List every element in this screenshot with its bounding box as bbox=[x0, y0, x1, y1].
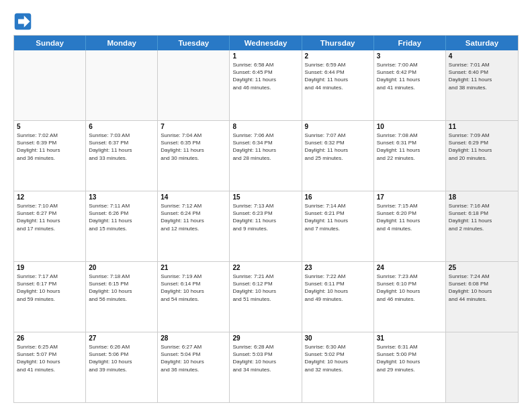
calendar-cell: 5Sunrise: 7:02 AM Sunset: 6:39 PM Daylig… bbox=[14, 121, 86, 191]
calendar-cell: 6Sunrise: 7:03 AM Sunset: 6:37 PM Daylig… bbox=[86, 121, 158, 191]
day-number: 7 bbox=[161, 123, 226, 130]
day-number: 11 bbox=[449, 123, 515, 130]
cell-content: Sunrise: 6:26 AM Sunset: 5:06 PM Dayligh… bbox=[89, 343, 154, 373]
cell-content: Sunrise: 7:01 AM Sunset: 6:40 PM Dayligh… bbox=[449, 61, 515, 91]
calendar-cell: 20Sunrise: 7:18 AM Sunset: 6:15 PM Dayli… bbox=[86, 262, 158, 332]
calendar-row-2: 12Sunrise: 7:10 AM Sunset: 6:27 PM Dayli… bbox=[14, 191, 518, 261]
page: SundayMondayTuesdayWednesdayThursdayFrid… bbox=[0, 0, 532, 411]
cell-content: Sunrise: 6:31 AM Sunset: 5:00 PM Dayligh… bbox=[377, 343, 443, 373]
header-day-thursday: Thursday bbox=[302, 36, 374, 50]
cell-content: Sunrise: 7:18 AM Sunset: 6:15 PM Dayligh… bbox=[89, 273, 154, 303]
calendar-cell bbox=[86, 50, 158, 120]
day-number: 29 bbox=[232, 334, 298, 342]
day-number: 17 bbox=[377, 193, 443, 201]
day-number: 13 bbox=[89, 193, 154, 201]
calendar-row-3: 19Sunrise: 7:17 AM Sunset: 6:17 PM Dayli… bbox=[14, 261, 518, 332]
day-number: 30 bbox=[305, 334, 371, 342]
calendar-row-4: 26Sunrise: 6:25 AM Sunset: 5:07 PM Dayli… bbox=[14, 332, 518, 402]
cell-content: Sunrise: 7:04 AM Sunset: 6:35 PM Dayligh… bbox=[161, 132, 226, 162]
calendar-row-0: 1Sunrise: 6:58 AM Sunset: 6:45 PM Daylig… bbox=[14, 50, 518, 120]
day-number: 9 bbox=[305, 123, 371, 130]
cell-content: Sunrise: 7:11 AM Sunset: 6:26 PM Dayligh… bbox=[89, 202, 154, 232]
calendar-cell: 13Sunrise: 7:11 AM Sunset: 6:26 PM Dayli… bbox=[86, 191, 158, 261]
day-number: 3 bbox=[377, 52, 443, 60]
cell-content: Sunrise: 7:08 AM Sunset: 6:31 PM Dayligh… bbox=[377, 132, 443, 162]
header-day-saturday: Saturday bbox=[446, 36, 518, 50]
calendar-row-1: 5Sunrise: 7:02 AM Sunset: 6:39 PM Daylig… bbox=[14, 120, 518, 191]
cell-content: Sunrise: 7:10 AM Sunset: 6:27 PM Dayligh… bbox=[17, 202, 83, 232]
day-number: 27 bbox=[89, 334, 154, 342]
day-number: 26 bbox=[17, 334, 83, 342]
day-number: 5 bbox=[17, 123, 83, 130]
calendar-cell: 23Sunrise: 7:22 AM Sunset: 6:11 PM Dayli… bbox=[302, 262, 374, 332]
calendar-cell: 21Sunrise: 7:19 AM Sunset: 6:14 PM Dayli… bbox=[158, 262, 230, 332]
calendar-cell bbox=[446, 332, 518, 402]
calendar-cell: 8Sunrise: 7:06 AM Sunset: 6:34 PM Daylig… bbox=[230, 121, 302, 191]
day-number: 6 bbox=[89, 123, 154, 130]
calendar-cell: 31Sunrise: 6:31 AM Sunset: 5:00 PM Dayli… bbox=[374, 332, 446, 402]
day-number: 14 bbox=[161, 193, 226, 201]
calendar-cell: 30Sunrise: 6:30 AM Sunset: 5:02 PM Dayli… bbox=[302, 332, 374, 402]
day-number: 23 bbox=[305, 264, 371, 271]
cell-content: Sunrise: 6:25 AM Sunset: 5:07 PM Dayligh… bbox=[17, 343, 83, 373]
day-number: 22 bbox=[232, 264, 298, 271]
cell-content: Sunrise: 6:27 AM Sunset: 5:04 PM Dayligh… bbox=[161, 343, 226, 373]
calendar-cell: 24Sunrise: 7:23 AM Sunset: 6:10 PM Dayli… bbox=[374, 262, 446, 332]
calendar-cell: 10Sunrise: 7:08 AM Sunset: 6:31 PM Dayli… bbox=[374, 121, 446, 191]
cell-content: Sunrise: 7:19 AM Sunset: 6:14 PM Dayligh… bbox=[161, 273, 226, 303]
cell-content: Sunrise: 7:21 AM Sunset: 6:12 PM Dayligh… bbox=[232, 273, 298, 303]
calendar-cell: 18Sunrise: 7:16 AM Sunset: 6:18 PM Dayli… bbox=[446, 191, 518, 261]
header bbox=[13, 12, 519, 31]
header-day-sunday: Sunday bbox=[14, 36, 86, 50]
day-number: 10 bbox=[377, 123, 443, 130]
calendar-cell: 26Sunrise: 6:25 AM Sunset: 5:07 PM Dayli… bbox=[14, 332, 86, 402]
day-number: 8 bbox=[232, 123, 298, 130]
day-number: 4 bbox=[449, 52, 515, 60]
calendar-cell: 3Sunrise: 7:00 AM Sunset: 6:42 PM Daylig… bbox=[374, 50, 446, 120]
day-number: 15 bbox=[232, 193, 298, 201]
logo bbox=[13, 12, 35, 31]
calendar-cell: 17Sunrise: 7:15 AM Sunset: 6:20 PM Dayli… bbox=[374, 191, 446, 261]
calendar-cell: 9Sunrise: 7:07 AM Sunset: 6:32 PM Daylig… bbox=[302, 121, 374, 191]
calendar-cell: 14Sunrise: 7:12 AM Sunset: 6:24 PM Dayli… bbox=[158, 191, 230, 261]
logo-icon bbox=[13, 12, 32, 31]
calendar-cell: 12Sunrise: 7:10 AM Sunset: 6:27 PM Dayli… bbox=[14, 191, 86, 261]
day-number: 18 bbox=[449, 193, 515, 201]
cell-content: Sunrise: 7:07 AM Sunset: 6:32 PM Dayligh… bbox=[305, 132, 371, 162]
day-number: 21 bbox=[161, 264, 226, 271]
day-number: 19 bbox=[17, 264, 83, 271]
cell-content: Sunrise: 6:59 AM Sunset: 6:44 PM Dayligh… bbox=[305, 61, 371, 91]
header-day-friday: Friday bbox=[374, 36, 446, 50]
cell-content: Sunrise: 7:22 AM Sunset: 6:11 PM Dayligh… bbox=[305, 273, 371, 303]
calendar-cell: 16Sunrise: 7:14 AM Sunset: 6:21 PM Dayli… bbox=[302, 191, 374, 261]
day-number: 31 bbox=[377, 334, 443, 342]
cell-content: Sunrise: 7:17 AM Sunset: 6:17 PM Dayligh… bbox=[17, 273, 83, 303]
calendar-cell: 27Sunrise: 6:26 AM Sunset: 5:06 PM Dayli… bbox=[86, 332, 158, 402]
day-number: 16 bbox=[305, 193, 371, 201]
calendar-cell: 11Sunrise: 7:09 AM Sunset: 6:29 PM Dayli… bbox=[446, 121, 518, 191]
cell-content: Sunrise: 7:06 AM Sunset: 6:34 PM Dayligh… bbox=[232, 132, 298, 162]
day-number: 24 bbox=[377, 264, 443, 271]
calendar-cell: 22Sunrise: 7:21 AM Sunset: 6:12 PM Dayli… bbox=[230, 262, 302, 332]
calendar-cell: 15Sunrise: 7:13 AM Sunset: 6:23 PM Dayli… bbox=[230, 191, 302, 261]
cell-content: Sunrise: 6:30 AM Sunset: 5:02 PM Dayligh… bbox=[305, 343, 371, 373]
calendar-cell: 2Sunrise: 6:59 AM Sunset: 6:44 PM Daylig… bbox=[302, 50, 374, 120]
cell-content: Sunrise: 7:23 AM Sunset: 6:10 PM Dayligh… bbox=[377, 273, 443, 303]
calendar: SundayMondayTuesdayWednesdayThursdayFrid… bbox=[13, 35, 519, 403]
cell-content: Sunrise: 7:03 AM Sunset: 6:37 PM Dayligh… bbox=[89, 132, 154, 162]
cell-content: Sunrise: 7:13 AM Sunset: 6:23 PM Dayligh… bbox=[232, 202, 298, 232]
cell-content: Sunrise: 7:09 AM Sunset: 6:29 PM Dayligh… bbox=[449, 132, 515, 162]
header-day-monday: Monday bbox=[86, 36, 158, 50]
day-number: 20 bbox=[89, 264, 154, 271]
header-day-wednesday: Wednesday bbox=[230, 36, 302, 50]
calendar-cell: 25Sunrise: 7:24 AM Sunset: 6:08 PM Dayli… bbox=[446, 262, 518, 332]
cell-content: Sunrise: 6:58 AM Sunset: 6:45 PM Dayligh… bbox=[232, 61, 298, 91]
calendar-cell: 29Sunrise: 6:28 AM Sunset: 5:03 PM Dayli… bbox=[230, 332, 302, 402]
calendar-cell: 4Sunrise: 7:01 AM Sunset: 6:40 PM Daylig… bbox=[446, 50, 518, 120]
calendar-cell bbox=[158, 50, 230, 120]
day-number: 2 bbox=[305, 52, 371, 60]
calendar-cell: 1Sunrise: 6:58 AM Sunset: 6:45 PM Daylig… bbox=[230, 50, 302, 120]
cell-content: Sunrise: 7:16 AM Sunset: 6:18 PM Dayligh… bbox=[449, 202, 515, 232]
cell-content: Sunrise: 6:28 AM Sunset: 5:03 PM Dayligh… bbox=[232, 343, 298, 373]
cell-content: Sunrise: 7:02 AM Sunset: 6:39 PM Dayligh… bbox=[17, 132, 83, 162]
